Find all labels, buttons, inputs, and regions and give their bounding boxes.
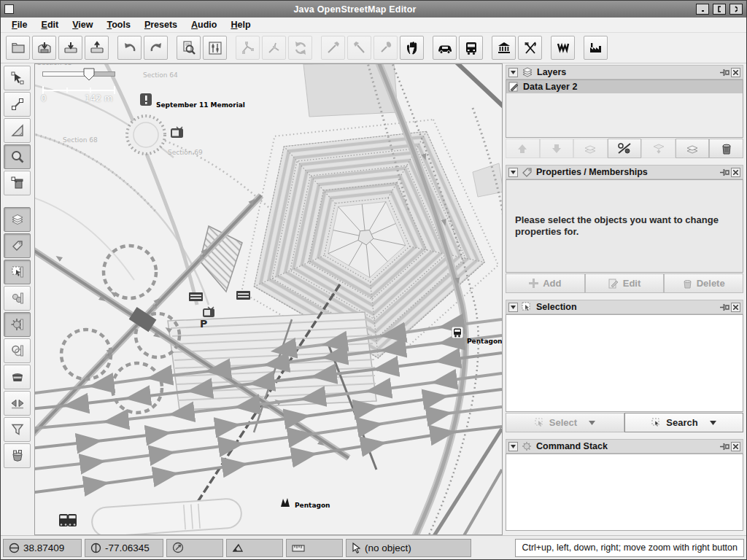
layer-merge-down-button[interactable] xyxy=(641,139,676,158)
search-button[interactable]: Search xyxy=(624,413,743,432)
set-square-icon xyxy=(10,123,25,138)
heading-field xyxy=(166,539,223,557)
select-tool-button[interactable] xyxy=(4,66,31,90)
close-button[interactable] xyxy=(729,4,743,15)
menu-file[interactable]: File xyxy=(7,18,34,31)
layers-list[interactable]: Data Layer 2 xyxy=(506,79,743,138)
combine-way-button[interactable] xyxy=(321,36,345,60)
map-label-section63: Section 63 xyxy=(37,63,72,66)
layer-opacity-button[interactable] xyxy=(608,139,642,158)
zoom-slider[interactable] xyxy=(42,71,115,77)
edit-property-button[interactable]: Edit xyxy=(585,273,665,293)
layer-up-button[interactable] xyxy=(506,139,540,158)
pan-hand-button[interactable] xyxy=(400,36,424,60)
command-close-button[interactable] xyxy=(731,442,740,451)
toggle-selection-panel-button[interactable] xyxy=(4,260,31,284)
pin-icon[interactable] xyxy=(719,442,729,451)
simplify-way-button[interactable] xyxy=(374,36,398,60)
draw-node-tool-button[interactable] xyxy=(4,92,31,117)
undo-button[interactable] xyxy=(117,36,142,60)
split-way-button[interactable] xyxy=(262,36,286,60)
app-window: Java OpenStreetMap Editor File Edit View… xyxy=(0,0,747,560)
toggle-filter-panel-button[interactable] xyxy=(4,417,31,442)
redo-button[interactable] xyxy=(144,36,168,60)
toggle-validator-panel-button[interactable] xyxy=(4,365,31,389)
layer-down-button[interactable] xyxy=(540,139,574,158)
menu-tools[interactable]: Tools xyxy=(101,18,136,31)
map-canvas[interactable]: 0 142 m Section 63 Section 64 Section 68… xyxy=(34,63,503,535)
menu-audio[interactable]: Audio xyxy=(186,18,222,31)
download-button[interactable] xyxy=(58,36,82,60)
dialog-panel-column: Layers Data Layer 2 xyxy=(503,63,746,535)
preferences-button[interactable] xyxy=(203,36,227,60)
delete-property-button[interactable]: Delete xyxy=(664,273,743,293)
menu-help[interactable]: Help xyxy=(225,18,256,31)
toggle-conflicts-panel-button[interactable] xyxy=(4,391,31,416)
unglue-button[interactable] xyxy=(236,36,260,60)
command-stack-list[interactable] xyxy=(506,454,743,531)
selection-close-button[interactable] xyxy=(731,303,740,312)
properties-collapse-button[interactable] xyxy=(508,168,518,177)
command-collapse-button[interactable] xyxy=(508,442,518,451)
pin-icon[interactable] xyxy=(719,168,729,177)
add-property-button[interactable]: Add xyxy=(506,273,585,293)
layer-delete-button[interactable] xyxy=(709,139,743,158)
toggle-layers-panel-button[interactable] xyxy=(4,207,31,232)
maximize-button[interactable] xyxy=(713,4,726,15)
open-file-button[interactable] xyxy=(6,36,30,60)
search-objects-button[interactable] xyxy=(177,36,201,60)
chevron-down-icon xyxy=(710,421,716,425)
map-label-section69: Section 69 xyxy=(168,149,203,156)
measure-tool-button[interactable] xyxy=(4,118,31,143)
reverse-way-button[interactable] xyxy=(347,36,371,60)
layers-close-button[interactable] xyxy=(731,68,740,77)
selection-panel-icon xyxy=(522,302,533,312)
menu-presets[interactable]: Presets xyxy=(139,18,183,31)
layer-merge-button[interactable] xyxy=(573,139,608,158)
save-button[interactable] xyxy=(32,36,56,60)
minimize-button[interactable] xyxy=(696,4,709,15)
menu-view[interactable]: View xyxy=(67,18,98,31)
properties-close-button[interactable] xyxy=(731,168,740,177)
castle-preset-button[interactable] xyxy=(551,36,575,60)
command-stack-title: Command Stack xyxy=(536,441,716,451)
layers-collapse-button[interactable] xyxy=(508,68,518,77)
menu-edit[interactable]: Edit xyxy=(36,18,65,31)
select-move-icon xyxy=(10,71,25,85)
select-button[interactable]: Select xyxy=(506,413,624,432)
selection-list[interactable] xyxy=(506,314,743,412)
toggle-command-stack-panel-button[interactable] xyxy=(4,312,31,337)
layers-panel-icon xyxy=(522,67,533,77)
toggle-map-styles-panel-button[interactable] xyxy=(4,338,31,363)
toggle-relations-panel-button[interactable] xyxy=(4,286,31,311)
tv-icon xyxy=(171,126,184,139)
pin-icon[interactable] xyxy=(719,68,729,77)
bus-preset-button[interactable] xyxy=(459,36,483,60)
toggle-properties-panel-button[interactable] xyxy=(4,233,31,258)
restaurant-preset-button[interactable] xyxy=(518,36,542,60)
zoom-slider-thumb[interactable] xyxy=(83,68,95,81)
selection-panel-header: Selection xyxy=(506,300,743,314)
edit-button-label: Edit xyxy=(623,278,641,289)
edit-icon xyxy=(608,279,619,289)
factory-preset-button[interactable] xyxy=(584,36,608,60)
upload-button[interactable] xyxy=(85,36,109,60)
toggle-changesets-panel-button[interactable] xyxy=(4,443,31,468)
window-title: Java OpenStreetMap Editor xyxy=(18,4,692,15)
update-data-button[interactable] xyxy=(288,36,312,60)
monument-preset-button[interactable] xyxy=(492,36,516,60)
zoom-tool-button[interactable] xyxy=(4,144,31,169)
layer-duplicate-button[interactable] xyxy=(676,139,710,158)
layer-edit-icon xyxy=(508,82,519,92)
selection-collapse-button[interactable] xyxy=(508,303,518,312)
redo-icon xyxy=(148,40,164,56)
map-label-section64: Section 64 xyxy=(143,71,178,79)
pin-icon[interactable] xyxy=(719,303,729,312)
trash-icon xyxy=(683,279,692,289)
layer-row[interactable]: Data Layer 2 xyxy=(506,80,743,93)
cursor-select-icon xyxy=(535,418,545,428)
relations-icon xyxy=(10,291,25,306)
car-preset-button[interactable] xyxy=(433,36,457,60)
delete-tool-button[interactable] xyxy=(4,171,31,195)
map-render xyxy=(35,64,502,535)
